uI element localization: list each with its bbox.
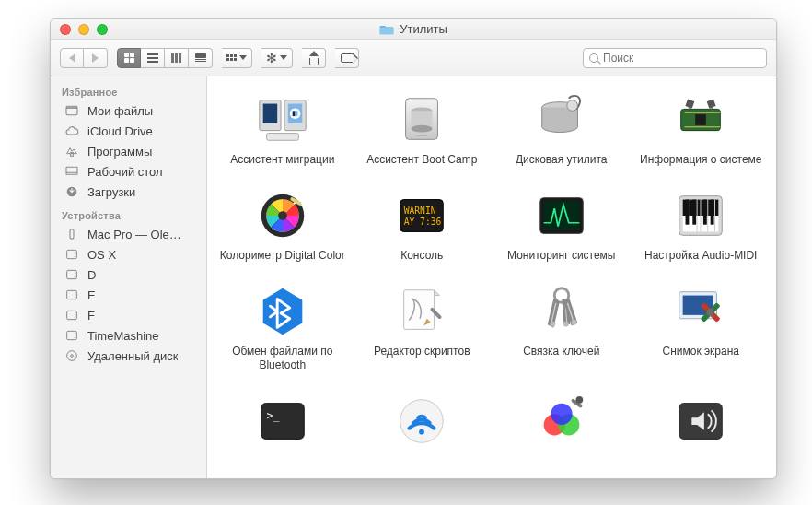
app-disk-utility[interactable]: Дисковая утилита bbox=[495, 91, 628, 167]
svg-rect-27 bbox=[266, 134, 298, 141]
sidebar-item-timemachine[interactable]: TimeMashine bbox=[51, 325, 206, 346]
app-label: Обмен файлами по Bluetooth bbox=[218, 345, 347, 372]
app-bootcamp-assistant[interactable]: ⋯⋯ Ассистент Boot Camp bbox=[356, 91, 489, 167]
app-label: Связка ключей bbox=[523, 345, 599, 358]
app-colorsync-utility[interactable] bbox=[495, 393, 628, 454]
colorimeter-icon bbox=[254, 187, 311, 244]
app-label: Настройка Audio-MIDI bbox=[644, 249, 757, 263]
sidebar-item-e[interactable]: E bbox=[51, 285, 206, 305]
sidebar-item-applications[interactable]: Программы bbox=[51, 141, 206, 161]
svg-point-47 bbox=[278, 211, 287, 220]
app-migration-assistant[interactable]: Ассистент миграции bbox=[216, 91, 349, 167]
app-bluetooth-file-exchange[interactable]: Обмен файлами по Bluetooth bbox=[216, 283, 349, 372]
svg-rect-59 bbox=[703, 200, 707, 225]
zoom-button[interactable] bbox=[97, 24, 108, 35]
forward-button[interactable] bbox=[84, 48, 108, 68]
sidebar: Избранное Мои файлы iCloud Drive Програм… bbox=[51, 76, 207, 478]
sidebar-item-label: Mac Pro — Ole… bbox=[87, 228, 181, 241]
sidebar-item-f[interactable]: F bbox=[51, 305, 206, 325]
console-icon: WARNINAY 7:36 bbox=[393, 187, 450, 244]
scripteditor-icon bbox=[393, 283, 450, 340]
sidebar-item-osx[interactable]: OS X bbox=[51, 244, 206, 264]
macpro-icon bbox=[64, 227, 80, 241]
app-label: Ассистент Boot Camp bbox=[366, 153, 477, 167]
sidebar-item-label: Мои файлы bbox=[87, 104, 153, 118]
app-airport-utility[interactable] bbox=[356, 393, 489, 454]
sidebar-item-macpro[interactable]: Mac Pro — Ole… bbox=[51, 224, 206, 244]
svg-point-70 bbox=[563, 322, 569, 327]
svg-point-76 bbox=[707, 309, 714, 316]
svg-rect-14 bbox=[67, 311, 77, 319]
app-console[interactable]: WARNINAY 7:36 Консоль bbox=[356, 187, 489, 263]
svg-rect-4 bbox=[66, 167, 77, 174]
svg-rect-42 bbox=[707, 100, 716, 109]
sidebar-item-label: D bbox=[87, 268, 96, 282]
app-screenshot[interactable]: Снимок экрана bbox=[635, 283, 768, 372]
app-audio-midi[interactable]: Настройка Audio-MIDI bbox=[635, 187, 768, 263]
sidebar-item-d[interactable]: D bbox=[51, 264, 206, 285]
sidebar-item-label: OS X bbox=[87, 248, 116, 262]
share-button[interactable] bbox=[302, 48, 326, 68]
coverflow-view-button[interactable] bbox=[189, 48, 213, 68]
icon-pane[interactable]: Ассистент миграции ⋯⋯ Ассистент Boot Cam… bbox=[207, 76, 776, 478]
sidebar-item-my-files[interactable]: Мои файлы bbox=[51, 100, 206, 121]
app-voiceover-utility[interactable] bbox=[635, 393, 768, 454]
icon-view-button[interactable] bbox=[117, 48, 141, 68]
svg-point-83 bbox=[551, 404, 572, 425]
migration-icon bbox=[254, 91, 311, 148]
close-button[interactable] bbox=[60, 24, 71, 35]
share-group bbox=[302, 48, 326, 68]
svg-rect-7 bbox=[70, 229, 74, 240]
app-system-information[interactable]: Информация о системе bbox=[635, 91, 768, 167]
svg-point-69 bbox=[550, 322, 555, 327]
sidebar-item-desktop[interactable]: Рабочий стол bbox=[51, 161, 206, 182]
action-button[interactable]: ✻ bbox=[261, 48, 293, 68]
minimize-button[interactable] bbox=[78, 24, 89, 35]
app-digital-color-meter[interactable]: Колориметр Digital Color bbox=[216, 187, 349, 263]
svg-point-31 bbox=[412, 125, 433, 133]
search-input[interactable] bbox=[603, 52, 760, 65]
sidebar-item-downloads[interactable]: Загрузки bbox=[51, 182, 206, 202]
svg-rect-26 bbox=[295, 111, 297, 116]
activity-icon bbox=[533, 187, 590, 244]
finder-window: Утилиты ✻ bbox=[50, 18, 777, 479]
svg-rect-58 bbox=[693, 200, 697, 225]
hdd-icon bbox=[64, 308, 80, 323]
svg-rect-60 bbox=[711, 200, 714, 225]
applications-icon bbox=[64, 144, 80, 159]
svg-rect-41 bbox=[686, 100, 695, 109]
sysinfo-icon bbox=[672, 91, 729, 148]
sidebar-item-label: Рабочий стол bbox=[87, 165, 163, 179]
arrange-button[interactable] bbox=[222, 48, 252, 68]
tags-button[interactable] bbox=[335, 48, 359, 68]
svg-rect-22 bbox=[262, 104, 277, 123]
desktop-icon bbox=[64, 164, 80, 179]
hdd-icon bbox=[64, 288, 80, 302]
sidebar-item-label: Программы bbox=[87, 145, 152, 159]
svg-rect-3 bbox=[71, 152, 74, 156]
app-activity-monitor[interactable]: Мониторинг системы bbox=[495, 187, 628, 263]
app-label: Мониторинг системы bbox=[507, 249, 616, 263]
downloads-icon bbox=[64, 184, 80, 199]
search-icon bbox=[589, 53, 598, 63]
sidebar-item-label: Удаленный диск bbox=[87, 349, 178, 363]
app-keychain-access[interactable]: Связка ключей bbox=[495, 283, 628, 372]
svg-text:⋯⋯: ⋯⋯ bbox=[416, 133, 427, 138]
list-view-button[interactable] bbox=[141, 48, 165, 68]
window-title: Утилиты bbox=[51, 22, 776, 36]
sidebar-item-label: F bbox=[87, 309, 95, 323]
sidebar-item-label: Загрузки bbox=[87, 185, 135, 199]
search-field[interactable] bbox=[583, 48, 767, 68]
app-terminal[interactable]: >_ bbox=[216, 393, 349, 454]
sidebar-item-icloud[interactable]: iCloud Drive bbox=[51, 121, 206, 141]
audiomidi-icon bbox=[672, 187, 729, 244]
app-script-editor[interactable]: Редактор скриптов bbox=[356, 283, 489, 372]
back-button[interactable] bbox=[60, 48, 84, 68]
sidebar-item-remote-disc[interactable]: Удаленный диск bbox=[51, 346, 206, 366]
column-view-button[interactable] bbox=[165, 48, 189, 68]
svg-rect-25 bbox=[292, 111, 295, 116]
svg-rect-0 bbox=[380, 28, 394, 34]
tags-group bbox=[335, 48, 359, 68]
app-label: Редактор скриптов bbox=[374, 345, 470, 358]
share-icon bbox=[309, 51, 319, 65]
